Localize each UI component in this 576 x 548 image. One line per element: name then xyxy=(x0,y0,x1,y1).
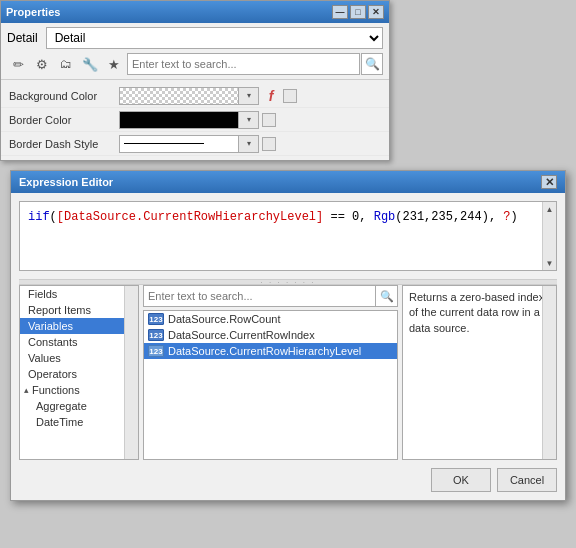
cancel-button[interactable]: Cancel xyxy=(497,468,557,492)
border-color-swatch xyxy=(119,111,239,129)
expr-paren-open: ( xyxy=(50,210,57,224)
currentrowhierarchylevel-icon: 123 xyxy=(148,345,164,357)
database-icon[interactable]: 🗂 xyxy=(55,53,77,75)
detail-select-row: Detail Detail xyxy=(7,27,383,49)
tree-item-operators[interactable]: Operators xyxy=(20,366,124,382)
background-color-value: ▾ f xyxy=(119,87,381,105)
properties-titlebar: Properties — □ ✕ xyxy=(1,1,389,23)
iif-keyword: iif xyxy=(28,210,50,224)
gear-icon[interactable]: ⚙ xyxy=(31,53,53,75)
background-color-dropdown[interactable]: ▾ xyxy=(239,87,259,105)
list-item-currentrowhierarchylevel[interactable]: 123 DataSource.CurrentRowHierarchyLevel xyxy=(144,343,397,359)
pencil-icon[interactable]: ✏ xyxy=(7,53,29,75)
border-dash-value: ▾ xyxy=(119,135,381,153)
expression-editor-close-button[interactable]: ✕ xyxy=(541,175,557,189)
desc-scrollbar[interactable] xyxy=(542,286,556,459)
datasource-field: [DataSource.CurrentRowHierarchyLevel] xyxy=(57,210,323,224)
expression-editor-titlebar: Expression Editor ✕ xyxy=(11,171,565,193)
expr-values: (231,235,244), xyxy=(395,210,503,224)
border-dash-dropdown[interactable]: ▾ xyxy=(239,135,259,153)
description-panel: Returns a zero-based index of the curren… xyxy=(402,285,557,460)
background-color-row: Background Color ▾ f xyxy=(1,84,389,108)
maximize-button[interactable]: □ xyxy=(350,5,366,19)
list-item-currentrowindex[interactable]: 123 DataSource.CurrentRowIndex xyxy=(144,327,397,343)
currentrowindex-label: DataSource.CurrentRowIndex xyxy=(168,329,315,341)
tree-item-variables[interactable]: Variables xyxy=(20,318,124,334)
expr-operator: == 0, xyxy=(323,210,373,224)
icon-toolbar: ✏ ⚙ 🗂 🔧 ★ 🔍 xyxy=(7,53,383,75)
border-color-extra[interactable] xyxy=(262,113,276,127)
list-search-row: 🔍 xyxy=(143,285,398,307)
expression-editor-area[interactable]: iif([DataSource.CurrentRowHierarchyLevel… xyxy=(19,201,557,271)
background-color-formula[interactable]: f xyxy=(262,87,280,105)
expression-editor-footer: OK Cancel xyxy=(11,460,565,500)
titlebar-buttons: — □ ✕ xyxy=(332,5,384,19)
expression-editor-title: Expression Editor xyxy=(19,176,113,188)
border-dash-row: Border Dash Style ▾ xyxy=(1,132,389,156)
expr-paren-close: ) xyxy=(511,210,518,224)
expression-editor-window: Expression Editor ✕ iif([DataSource.Curr… xyxy=(10,170,566,501)
expression-text: iif([DataSource.CurrentRowHierarchyLevel… xyxy=(20,202,556,232)
properties-toolbar: Detail Detail ✏ ⚙ 🗂 🔧 ★ 🔍 xyxy=(1,23,389,80)
background-color-label: Background Color xyxy=(9,90,119,102)
background-color-swatch xyxy=(119,87,239,105)
list-item-rowcount[interactable]: 123 DataSource.RowCount xyxy=(144,311,397,327)
list-search-input[interactable] xyxy=(143,285,376,307)
tree-item-report-items[interactable]: Report Items xyxy=(20,302,124,318)
properties-window: Properties — □ ✕ Detail Detail ✏ ⚙ 🗂 🔧 ★… xyxy=(0,0,390,161)
ok-button[interactable]: OK xyxy=(431,468,491,492)
background-color-extra[interactable] xyxy=(283,89,297,103)
expression-editor-panels: Fields Report Items Variables Constants … xyxy=(19,285,557,460)
rgb-keyword: Rgb xyxy=(374,210,396,224)
list-search-button[interactable]: 🔍 xyxy=(376,285,398,307)
wrench-icon[interactable]: 🔧 xyxy=(79,53,101,75)
border-dash-swatch xyxy=(119,135,239,153)
border-dash-label: Border Dash Style xyxy=(9,138,119,150)
rowcount-label: DataSource.RowCount xyxy=(168,313,281,325)
tree-item-aggregate[interactable]: Aggregate xyxy=(20,398,124,414)
functions-label: Functions xyxy=(32,384,80,396)
expr-question: ? xyxy=(503,210,510,224)
tree-item-values[interactable]: Values xyxy=(20,350,124,366)
list-box: 123 DataSource.RowCount 123 DataSource.C… xyxy=(143,310,398,460)
border-color-value: ▾ xyxy=(119,111,381,129)
tree-item-datetime[interactable]: DateTime xyxy=(20,414,124,430)
border-color-label: Border Color xyxy=(9,114,119,126)
tree-item-fields[interactable]: Fields xyxy=(20,286,124,302)
expression-scrollbar[interactable]: ▲ ▼ xyxy=(542,202,556,270)
detail-label: Detail xyxy=(7,31,38,45)
properties-search-button[interactable]: 🔍 xyxy=(361,53,383,75)
border-dash-extra[interactable] xyxy=(262,137,276,151)
tree-section-functions[interactable]: ▴ Functions xyxy=(20,382,124,398)
close-button[interactable]: ✕ xyxy=(368,5,384,19)
rowcount-icon: 123 xyxy=(148,313,164,325)
functions-arrow: ▴ xyxy=(24,385,29,395)
detail-select[interactable]: Detail xyxy=(46,27,383,49)
tree-scrollbar[interactable] xyxy=(124,286,138,459)
minimize-button[interactable]: — xyxy=(332,5,348,19)
description-text: Returns a zero-based index of the curren… xyxy=(409,291,544,334)
currentrowindex-icon: 123 xyxy=(148,329,164,341)
star-icon[interactable]: ★ xyxy=(103,53,125,75)
border-color-dropdown[interactable]: ▾ xyxy=(239,111,259,129)
list-panel: 🔍 123 DataSource.RowCount 123 DataSource… xyxy=(143,285,398,460)
properties-title: Properties xyxy=(6,6,60,18)
scroll-up-arrow[interactable]: ▲ xyxy=(543,202,557,216)
currentrowhierarchylevel-label: DataSource.CurrentRowHierarchyLevel xyxy=(168,345,361,357)
tree-item-constants[interactable]: Constants xyxy=(20,334,124,350)
properties-search-input[interactable] xyxy=(127,53,360,75)
properties-body: Background Color ▾ f Border Color ▾ Bord… xyxy=(1,80,389,160)
border-color-row: Border Color ▾ xyxy=(1,108,389,132)
tree-panel: Fields Report Items Variables Constants … xyxy=(19,285,139,460)
scroll-down-arrow[interactable]: ▼ xyxy=(543,256,557,270)
